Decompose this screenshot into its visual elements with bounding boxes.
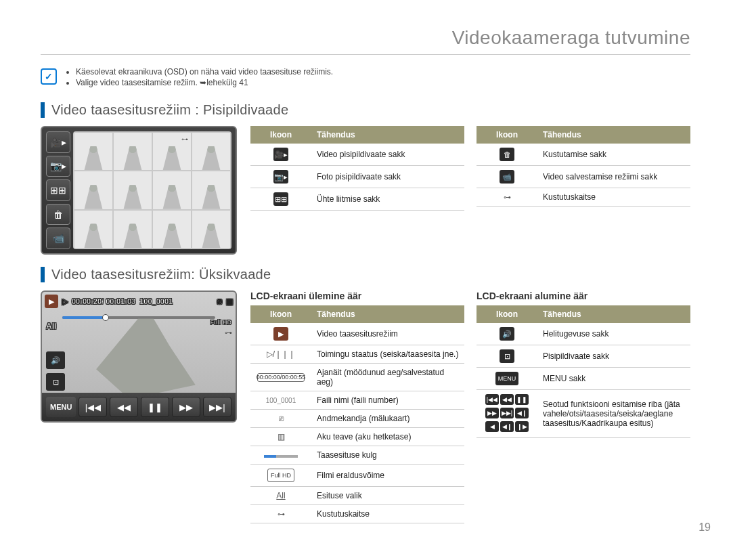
filename-icon: 100_0001 bbox=[266, 397, 296, 404]
protect-indicator-icon: ⊶ bbox=[225, 328, 231, 337]
cell-label: Ühte liitmise sakk bbox=[311, 188, 464, 211]
play-mode-indicator-icon: ▶ bbox=[45, 295, 58, 308]
thumbnail-item[interactable] bbox=[114, 171, 152, 209]
photo-thumb-tab-icon: 📷▸ bbox=[273, 170, 288, 184]
delete-tab[interactable]: 🗑 bbox=[46, 204, 70, 225]
page-number: 19 bbox=[699, 521, 711, 534]
check-icon: ✓ bbox=[41, 68, 57, 85]
thumbnail-item[interactable]: ⊶ bbox=[153, 133, 191, 170]
table-row: 🗑 Kustutamise sakk bbox=[477, 144, 690, 166]
play-all-indicator: All bbox=[46, 322, 65, 331]
battery-icon: ▥ bbox=[278, 432, 285, 441]
thumbnail-sidebar: 🎥▸ 📷▸ ⊞⊞ 🗑 📹 bbox=[46, 131, 70, 249]
play-option-icon: All bbox=[276, 491, 285, 500]
thumbnail-item[interactable] bbox=[114, 211, 152, 248]
combine-tab[interactable]: ⊞⊞ bbox=[46, 179, 70, 201]
table-row: ▷/❘❘❘ Toimingu staatus (seiska/taasesita… bbox=[250, 345, 464, 364]
photo-thumb-tab[interactable]: 📷▸ bbox=[46, 156, 70, 177]
section2-row: ▶ ▷ 00:00:20/ 00:01:03 100_0001 ⎚ ▥ All … bbox=[41, 290, 690, 523]
play-symbol-icon: ▷ bbox=[62, 297, 68, 306]
battery-status-icon: ▥ bbox=[226, 297, 233, 306]
cell-label: Ajanäit (möödunud aeg/salvestatud aeg) bbox=[311, 364, 464, 391]
cell-label: Kustutuskaitse bbox=[311, 505, 464, 523]
table-row: 🔊 Helitugevuse sakk bbox=[477, 323, 690, 345]
table-row: Taasesituse kulg bbox=[250, 446, 464, 465]
note-item: Valige video taasesitamise režiim. ➥lehe… bbox=[76, 78, 333, 87]
video-thumb-tab-icon: 🎥▸ bbox=[273, 148, 288, 161]
cell-label: Helitugevuse sakk bbox=[537, 323, 690, 345]
play-pause-status-icon: ▷/❘❘❘ bbox=[267, 349, 295, 359]
thumb-view-icon: ⊡ bbox=[500, 349, 514, 363]
cell-label: Kustutamise sakk bbox=[537, 144, 690, 166]
thumbnail-item[interactable] bbox=[192, 133, 230, 170]
pause-button[interactable]: ❚❚ bbox=[141, 397, 169, 417]
playbar-icons: |◀◀◀◀❚❚▶▶▶▶| ◀❙◀◀❙❙▶ bbox=[482, 394, 532, 433]
video-record-mode-icon: 📹 bbox=[500, 170, 514, 184]
table-row: ▶ Video taasesitusrežiim bbox=[250, 323, 464, 345]
volume-tab[interactable]: 🔊 bbox=[46, 351, 65, 369]
thumbnail-item[interactable] bbox=[153, 211, 191, 248]
table-row: 🎥▸ Video pisipildivaate sakk bbox=[250, 144, 464, 166]
table-row: 00:00:00/00:00:55 Ajanäit (möödunud aeg/… bbox=[250, 364, 464, 391]
thumbnail-item[interactable] bbox=[192, 211, 230, 248]
playback-controls: MENU |◀◀ ◀◀ ❚❚ ▶▶ ▶▶| bbox=[42, 393, 236, 421]
progress-icon bbox=[264, 455, 298, 458]
section1-right-table: Ikoon Tähendus 🗑 Kustutamise sakk 📹 Vide… bbox=[477, 126, 690, 207]
cell-label: Aku teave (aku hetketase) bbox=[311, 428, 464, 446]
video-thumb-tab[interactable]: 🎥▸ bbox=[46, 131, 70, 153]
table-row: 📹 Video salvestamise režiimi sakk bbox=[477, 166, 690, 188]
lower-table: Ikoon Tähendus 🔊 Helitugevuse sakk ⊡ Pis… bbox=[477, 305, 690, 438]
volume-icon: 🔊 bbox=[500, 327, 514, 341]
notes-block: ✓ Käesolevat ekraanikuva (OSD) on näha v… bbox=[41, 67, 690, 89]
section2-heading: Video taasesitusrežiim: Üksikvaade bbox=[41, 267, 690, 282]
menu-icon: MENU bbox=[495, 372, 519, 385]
table-row: ⊞⊞ Ühte liitmise sakk bbox=[250, 188, 464, 211]
menu-button[interactable]: MENU bbox=[46, 397, 76, 417]
th-meaning: Tähendus bbox=[537, 305, 690, 323]
record-mode-tab[interactable]: 📹 bbox=[46, 228, 70, 249]
thumbnail-item[interactable] bbox=[192, 171, 230, 209]
th-meaning: Tähendus bbox=[537, 126, 690, 144]
filename-display: 100_0001 bbox=[139, 297, 173, 305]
upper-table: Ikoon Tähendus ▶ Video taasesitusrežiim … bbox=[250, 305, 464, 523]
prev-button[interactable]: |◀◀ bbox=[79, 397, 107, 417]
table-row: ▥ Aku teave (aku hetketase) bbox=[250, 428, 464, 446]
cell-label: Pisipildivaate sakk bbox=[537, 345, 690, 368]
protect-chip-icon: ⊶ bbox=[181, 135, 188, 143]
cell-label: Taasesituse kulg bbox=[311, 446, 464, 465]
thumbnail-item[interactable] bbox=[74, 133, 112, 170]
combine-tab-icon: ⊞⊞ bbox=[273, 192, 288, 206]
time-counter: 00:00:20/ 00:01:03 bbox=[72, 297, 135, 305]
thumbnail-grid: ⊶ bbox=[73, 131, 231, 249]
next-button[interactable]: ▶▶| bbox=[203, 397, 231, 417]
thumb-view-tab[interactable]: ⊡ bbox=[46, 373, 65, 391]
thumbnail-item[interactable] bbox=[74, 171, 112, 209]
thumbnail-item[interactable] bbox=[114, 133, 152, 170]
th-icon: Ikoon bbox=[250, 305, 311, 323]
lower-subheading: LCD-ekraani alumine äär bbox=[477, 290, 690, 301]
protect-icon: ⊶ bbox=[504, 193, 510, 201]
cell-label: MENU sakk bbox=[537, 368, 690, 390]
cell-label: Esituse valik bbox=[311, 487, 464, 505]
th-meaning: Tähendus bbox=[311, 305, 464, 323]
cell-label: Andmekandja (mälukaart) bbox=[311, 410, 464, 428]
th-icon: Ikoon bbox=[250, 126, 311, 144]
forward-button[interactable]: ▶▶ bbox=[172, 397, 200, 417]
table-row: 100_0001 Faili nimi (faili number) bbox=[250, 391, 464, 410]
video-silhouette bbox=[96, 314, 200, 393]
protect-icon-2: ⊶ bbox=[278, 510, 284, 518]
thumbnail-item[interactable] bbox=[74, 211, 112, 248]
cell-label: Kustutuskaitse bbox=[537, 188, 690, 207]
section1-row: 🎥▸ 📷▸ ⊞⊞ 🗑 📹 ⊶ bbox=[41, 126, 690, 255]
table-row: All Esituse valik bbox=[250, 487, 464, 505]
cell-label: Video salvestamise režiimi sakk bbox=[537, 166, 690, 188]
rewind-button[interactable]: ◀◀ bbox=[110, 397, 138, 417]
thumbnail-item[interactable] bbox=[153, 171, 191, 209]
video-display: ▶ ▷ 00:00:20/ 00:01:03 100_0001 ⎚ ▥ All … bbox=[42, 292, 236, 393]
cell-label: Seotud funktsiooni esitamise riba (jäta … bbox=[537, 390, 690, 438]
note-item: Käesolevat ekraanikuva (OSD) on näha vai… bbox=[76, 67, 333, 77]
page-title: Videokaameraga tutvumine bbox=[41, 27, 690, 55]
table-row: MENU MENU sakk bbox=[477, 368, 690, 390]
cell-label: Filmi eraldusvõime bbox=[311, 465, 464, 487]
table-row: ⊶ Kustutuskaitse bbox=[250, 505, 464, 523]
